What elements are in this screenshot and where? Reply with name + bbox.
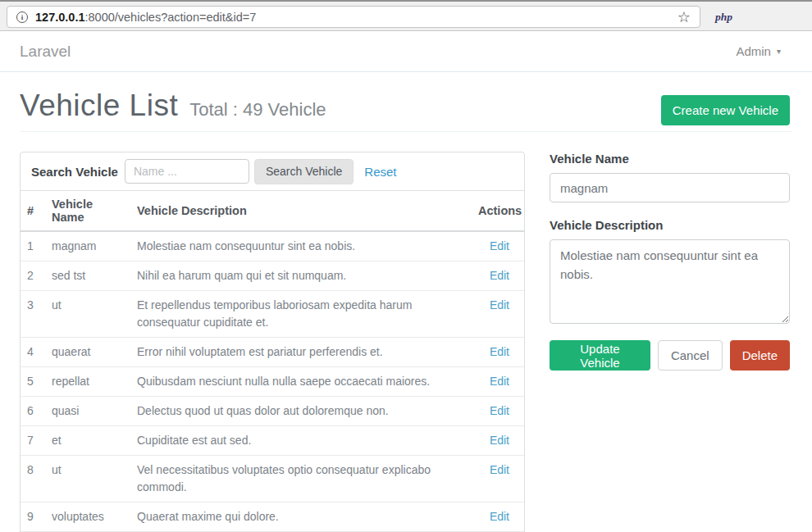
url-host: 127.0.0.1 — [35, 11, 84, 24]
table-row: 4 quaerat Error nihil voluptatem est par… — [21, 338, 524, 367]
header-divider — [21, 131, 791, 132]
page-header: Vehicle List Total : 49 Vehicle — [20, 89, 326, 123]
delete-button[interactable]: Delete — [730, 340, 790, 371]
row-number: 8 — [21, 456, 45, 502]
url-path: :8000/vehicles?action=edit&id=7 — [84, 11, 256, 24]
vehicle-description-cell: Nihil ea harum quam qui et sit numquam. — [130, 261, 472, 291]
header-actions: Actions — [472, 191, 524, 231]
vehicle-description-label: Vehicle Description — [550, 218, 790, 232]
page-info-icon[interactable]: i — [16, 11, 28, 23]
search-label: Search Vehicle — [31, 165, 118, 179]
edit-link[interactable]: Edit — [490, 404, 509, 417]
table-row: 2 sed tst Nihil ea harum quam qui et sit… — [21, 261, 524, 291]
form-buttons: Update Vehicle Cancel Delete — [550, 340, 790, 371]
vehicle-description-cell: Quibusdam nesciunt nulla nulla saepe occ… — [130, 367, 472, 397]
app-navbar: Laravel Admin ▾ — [0, 31, 812, 72]
row-number: 5 — [21, 367, 45, 397]
chevron-down-icon: ▾ — [777, 47, 781, 56]
edit-link[interactable]: Edit — [490, 463, 509, 476]
row-number: 4 — [21, 338, 45, 367]
create-vehicle-button[interactable]: Create new Vehicle — [661, 95, 790, 125]
header-num: # — [21, 191, 45, 231]
vehicle-name-cell: et — [45, 426, 130, 456]
update-vehicle-button[interactable]: Update Vehicle — [550, 340, 650, 371]
search-button[interactable]: Search Vehicle — [254, 159, 354, 184]
page-content: Vehicle List Total : 49 Vehicle Create n… — [0, 72, 812, 532]
total-count-label: Total : 49 Vehicle — [189, 99, 326, 120]
vehicle-name-cell: quasi — [45, 397, 130, 426]
vehicle-list-card: Search Vehicle Search Vehicle Reset # Ve… — [20, 152, 525, 532]
row-number: 3 — [21, 291, 45, 338]
search-section: Search Vehicle Search Vehicle Reset — [21, 152, 524, 191]
edit-link[interactable]: Edit — [490, 269, 509, 282]
php-bookmark[interactable]: php — [715, 11, 732, 24]
table-row: 6 quasi Delectus quod ut quas dolor aut … — [21, 397, 524, 426]
browser-toolbar: i 127.0.0.1:8000/vehicles?action=edit&id… — [0, 0, 812, 31]
edit-link[interactable]: Edit — [490, 345, 509, 358]
row-number: 2 — [21, 261, 45, 291]
address-bar[interactable]: i 127.0.0.1:8000/vehicles?action=edit&id… — [7, 6, 700, 28]
brand-link[interactable]: Laravel — [20, 43, 71, 61]
page-title: Vehicle List — [20, 89, 178, 123]
vehicle-name-field[interactable] — [550, 173, 790, 202]
vehicle-name-cell: repellat — [45, 367, 130, 397]
table-row: 3 ut Et repellendus temporibus laboriosa… — [21, 291, 524, 338]
reset-link[interactable]: Reset — [364, 165, 396, 179]
header-name: Vehicle Name — [45, 191, 130, 231]
search-input[interactable] — [125, 159, 249, 184]
cancel-button[interactable]: Cancel — [658, 340, 723, 371]
vehicle-description-cell: Molestiae nam consequuntur sint ea nobis… — [130, 231, 472, 261]
vehicle-name-cell: voluptates — [45, 502, 130, 532]
vehicle-name-cell: quaerat — [45, 338, 130, 367]
vehicle-name-label: Vehicle Name — [550, 152, 790, 166]
edit-link[interactable]: Edit — [490, 239, 509, 252]
edit-vehicle-form: Vehicle Name Vehicle Description Molesti… — [550, 152, 790, 371]
edit-link[interactable]: Edit — [490, 375, 509, 388]
table-row: 8 ut Vel necessitatibus voluptates optio… — [21, 456, 524, 502]
vehicle-name-cell: sed tst — [45, 261, 130, 291]
admin-dropdown[interactable]: Admin ▾ — [736, 44, 781, 58]
table-header-row: # Vehicle Name Vehicle Description Actio… — [21, 191, 524, 231]
admin-dropdown-label: Admin — [736, 44, 771, 58]
vehicle-description-cell: Cupiditate est aut sed. — [130, 426, 472, 456]
edit-link[interactable]: Edit — [490, 298, 509, 311]
edit-link[interactable]: Edit — [490, 510, 509, 523]
bookmark-star-icon[interactable]: ☆ — [677, 10, 691, 25]
vehicle-description-field[interactable]: Molestiae nam consequuntur sint ea nobis… — [550, 239, 790, 324]
vehicle-description-cell: Error nihil voluptatem est pariatur perf… — [130, 338, 472, 367]
table-body: 1 magnam Molestiae nam consequuntur sint… — [21, 231, 524, 532]
vehicle-name-cell: ut — [45, 456, 130, 502]
row-number: 6 — [21, 397, 45, 426]
vehicle-name-cell: magnam — [45, 231, 130, 261]
vehicle-description-cell: Vel necessitatibus voluptates optio cons… — [130, 456, 472, 502]
vehicle-name-cell: ut — [45, 291, 130, 338]
vehicle-table: # Vehicle Name Vehicle Description Actio… — [21, 191, 524, 532]
table-row: 5 repellat Quibusdam nesciunt nulla null… — [21, 367, 524, 397]
table-row: 1 magnam Molestiae nam consequuntur sint… — [21, 231, 524, 261]
table-row: 9 voluptates Quaerat maxime qui dolore. … — [21, 502, 524, 532]
edit-link[interactable]: Edit — [490, 434, 509, 447]
vehicle-description-cell: Delectus quod ut quas dolor aut doloremq… — [130, 397, 472, 426]
row-number: 9 — [21, 502, 45, 532]
table-row: 7 et Cupiditate est aut sed. Edit — [21, 426, 524, 456]
row-number: 1 — [21, 231, 45, 261]
vehicle-description-cell: Et repellendus temporibus laboriosam exp… — [130, 291, 472, 338]
url-text: 127.0.0.1:8000/vehicles?action=edit&id=7 — [35, 11, 256, 24]
header-description: Vehicle Description — [130, 191, 472, 231]
row-number: 7 — [21, 426, 45, 456]
vehicle-description-cell: Quaerat maxime qui dolore. — [130, 502, 472, 532]
